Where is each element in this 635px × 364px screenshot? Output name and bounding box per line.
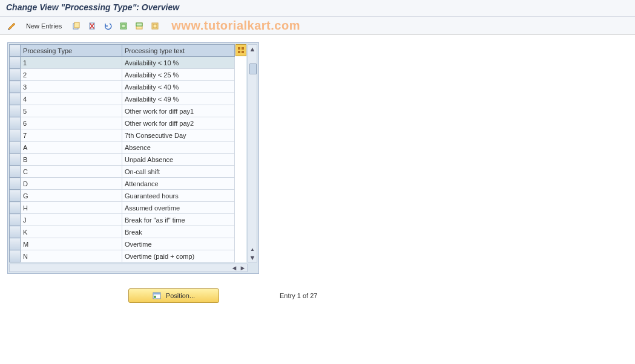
row-selector[interactable]: [10, 166, 21, 178]
entry-count-label: Entry 1 of 27: [280, 292, 317, 299]
table-row: DAttendance: [10, 178, 235, 190]
cell-type[interactable]: D: [21, 178, 122, 190]
cell-type[interactable]: 7: [21, 129, 122, 141]
cell-text[interactable]: Availability < 49 %: [122, 93, 235, 105]
cell-text[interactable]: Overtime (paid + comp): [122, 250, 235, 262]
row-selector[interactable]: [10, 238, 21, 250]
scroll-left-icon[interactable]: ◄: [230, 264, 239, 271]
table-row: GGuaranteed hours: [10, 190, 235, 202]
svg-point-17: [154, 296, 156, 298]
cell-type[interactable]: N: [21, 250, 122, 262]
cell-type[interactable]: 1: [21, 57, 122, 69]
cell-text[interactable]: Unpaid Absence: [122, 154, 235, 166]
row-selector-header[interactable]: [10, 45, 21, 57]
column-header-type[interactable]: Processing Type: [21, 45, 122, 57]
cell-text[interactable]: Attendance: [122, 178, 235, 190]
cell-type[interactable]: J: [21, 214, 122, 226]
cell-text[interactable]: Guaranteed hours: [122, 190, 235, 202]
row-selector[interactable]: [10, 117, 21, 129]
deselect-all-icon[interactable]: [148, 19, 162, 33]
cell-type[interactable]: B: [21, 154, 122, 166]
cell-type[interactable]: 2: [21, 69, 122, 81]
scroll-up-icon[interactable]: ▲: [248, 45, 257, 53]
delete-icon[interactable]: [85, 19, 99, 33]
table-row: 6Other work for diff pay2: [10, 117, 235, 129]
cell-text[interactable]: Other work for diff pay1: [122, 105, 235, 117]
cell-text[interactable]: Other work for diff pay2: [122, 117, 235, 129]
row-selector[interactable]: [10, 226, 21, 238]
row-selector[interactable]: [10, 57, 21, 69]
row-selector[interactable]: [10, 141, 21, 154]
processing-type-table: Processing Type Processing type text 1Av…: [9, 44, 235, 262]
cell-text[interactable]: Availability < 25 %: [122, 69, 235, 81]
table-settings-icon[interactable]: [235, 44, 246, 56]
table-row: KBreak: [10, 226, 235, 238]
row-selector[interactable]: [10, 202, 21, 214]
cell-type[interactable]: 6: [21, 117, 122, 129]
scroll-right-icon[interactable]: ►: [239, 264, 247, 271]
new-entries-label: New Entries: [26, 22, 62, 30]
row-selector[interactable]: [10, 105, 21, 117]
cell-text[interactable]: Break: [122, 226, 235, 238]
table-row: AAbsence: [10, 141, 235, 154]
svg-rect-12: [242, 47, 244, 50]
new-entries-button[interactable]: New Entries: [21, 19, 67, 33]
cell-text[interactable]: Break for "as if" time: [122, 214, 235, 226]
cell-text[interactable]: On-call shift: [122, 166, 235, 178]
row-selector[interactable]: [10, 93, 21, 105]
select-block-icon[interactable]: [133, 19, 146, 33]
scroll-thumb[interactable]: [249, 63, 257, 74]
table-row: 3Availability < 40 %: [10, 81, 235, 93]
row-selector[interactable]: [10, 214, 21, 226]
cell-text[interactable]: Availability < 40 %: [122, 81, 235, 93]
svg-rect-1: [74, 22, 79, 28]
cell-type[interactable]: G: [21, 190, 122, 202]
toggle-icon[interactable]: [5, 19, 18, 33]
scroll-down-icon[interactable]: ▼: [248, 253, 257, 262]
vertical-scrollbar[interactable]: ▲ ▲ ▼: [248, 44, 257, 262]
horizontal-scrollbar[interactable]: ◄ ►: [9, 264, 248, 272]
watermark-text: www.tutorialkart.com: [171, 19, 300, 33]
row-selector[interactable]: [10, 129, 21, 141]
svg-rect-16: [153, 293, 160, 294]
svg-rect-11: [238, 47, 240, 50]
position-icon: [153, 291, 161, 300]
table-row: NOvertime (paid + comp): [10, 250, 235, 262]
cell-text[interactable]: Overtime: [122, 238, 235, 250]
cell-type[interactable]: C: [21, 166, 122, 178]
scroll-up-small-icon[interactable]: ▲: [248, 245, 257, 253]
cell-text[interactable]: Assumed overtime: [122, 202, 235, 214]
row-selector[interactable]: [10, 81, 21, 93]
cell-type[interactable]: M: [21, 238, 122, 250]
row-selector[interactable]: [10, 69, 21, 81]
svg-rect-8: [136, 23, 142, 26]
undo-icon[interactable]: [101, 19, 114, 33]
cell-text[interactable]: Absence: [122, 141, 235, 154]
cell-type[interactable]: 3: [21, 81, 122, 93]
row-selector[interactable]: [10, 154, 21, 166]
table-row: 4Availability < 49 %: [10, 93, 235, 105]
table-row: BUnpaid Absence: [10, 154, 235, 166]
position-label: Position...: [166, 292, 195, 299]
footer: Position... Entry 1 of 27: [7, 288, 628, 303]
table-row: 1Availability < 10 %: [10, 57, 235, 69]
cell-type[interactable]: K: [21, 226, 122, 238]
row-selector[interactable]: [10, 190, 21, 202]
cell-type[interactable]: 4: [21, 93, 122, 105]
position-button[interactable]: Position...: [128, 288, 219, 303]
cell-type[interactable]: H: [21, 202, 122, 214]
column-header-text[interactable]: Processing type text: [122, 45, 235, 57]
table-row: 2Availability < 25 %: [10, 69, 235, 81]
table-row: 5Other work for diff pay1: [10, 105, 235, 117]
content-area: Processing Type Processing type text 1Av…: [0, 35, 635, 310]
cell-type[interactable]: A: [21, 141, 122, 154]
copy-as-icon[interactable]: [70, 19, 83, 33]
row-selector[interactable]: [10, 178, 21, 190]
row-selector[interactable]: [10, 250, 21, 262]
select-all-icon[interactable]: [117, 19, 130, 33]
svg-rect-13: [238, 51, 240, 53]
cell-text[interactable]: 7th Consecutive Day: [122, 129, 235, 141]
cell-type[interactable]: 5: [21, 105, 122, 117]
cell-text[interactable]: Availability < 10 %: [122, 57, 235, 69]
table-row: JBreak for "as if" time: [10, 214, 235, 226]
